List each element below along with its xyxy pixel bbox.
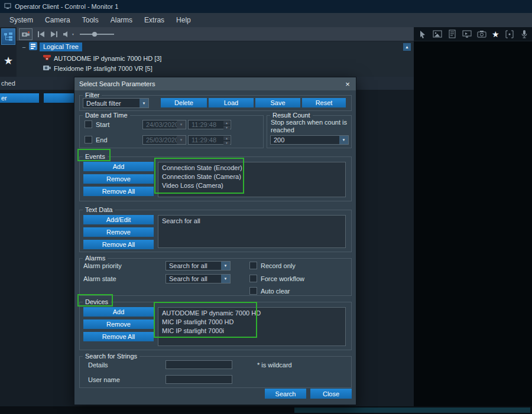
spin-down-icon[interactable]: ▼: [223, 126, 230, 129]
menu-extras[interactable]: Extras: [138, 13, 170, 27]
end-checkbox[interactable]: [85, 136, 92, 144]
result-count-group: Result Count Stop search when count is r…: [267, 115, 352, 148]
events-add-button[interactable]: Add: [83, 162, 154, 171]
panel-button-2[interactable]: [44, 93, 74, 103]
details-input[interactable]: [166, 360, 232, 369]
save-button[interactable]: Save: [255, 98, 300, 107]
chevron-down-icon[interactable]: ▼: [177, 136, 186, 144]
events-list[interactable]: Connection State (Encoder) Connection St…: [158, 162, 346, 197]
image-icon[interactable]: [433, 30, 442, 39]
devices-list[interactable]: AUTODOME IP dynamic 7000 HD MIC IP starl…: [158, 307, 346, 346]
camera-pane-button[interactable]: [19, 28, 33, 40]
spin-up-icon[interactable]: ▲: [223, 136, 230, 140]
events-list-item[interactable]: Connection State (Camera): [158, 172, 345, 181]
region-icon[interactable]: [505, 30, 514, 39]
text-data-list-item[interactable]: Search for all: [158, 217, 345, 226]
devices-list-item[interactable]: AUTODOME IP dynamic 7000 HD: [158, 309, 345, 318]
tree-root-label[interactable]: Logical Tree: [40, 43, 82, 51]
spin-down-icon[interactable]: ▼: [223, 141, 230, 145]
load-button[interactable]: Load: [209, 98, 254, 107]
filter-dropdown[interactable]: Default filter ▼: [83, 98, 149, 108]
step-backward-icon[interactable]: [38, 29, 45, 40]
dialog-close-button[interactable]: Close: [310, 389, 352, 399]
dialog-titlebar[interactable]: Select Search Parameters: [74, 77, 356, 90]
chevron-down-icon[interactable]: ▼: [221, 275, 230, 283]
alarm-priority-dropdown[interactable]: Search for all ▼: [166, 261, 231, 270]
scroll-up-button[interactable]: ▲: [403, 43, 411, 51]
time-spin-buttons[interactable]: ▲ ▼: [223, 120, 231, 129]
panel-header-text: ched: [1, 80, 15, 87]
menu-camera[interactable]: Camera: [39, 13, 76, 27]
end-date-dropdown[interactable]: 25/03/2020 ▼: [142, 135, 186, 145]
snapshot-camera-icon[interactable]: [477, 30, 486, 39]
events-list-item[interactable]: Connection State (Encoder): [158, 164, 345, 172]
text-data-list[interactable]: Search for all: [158, 215, 346, 248]
force-workflow-checkbox[interactable]: [249, 275, 257, 282]
text-data-group-label: Text Data: [83, 206, 115, 214]
tree-item-label[interactable]: AUTODOME IP dynamic 7000 HD [3]: [54, 55, 161, 62]
main-toolbar: ▼: [17, 27, 414, 41]
pane-select-icon[interactable]: [418, 30, 427, 39]
chevron-down-icon[interactable]: ▼: [140, 99, 148, 107]
panel-button[interactable]: er: [0, 93, 39, 103]
reset-button[interactable]: Reset: [302, 98, 346, 107]
logical-tree-panel: − Logical Tree AUTODOME IP dynamic 7000 …: [17, 41, 414, 77]
favorites-tab[interactable]: ★: [1, 52, 15, 70]
chevron-down-icon[interactable]: ▼: [339, 136, 348, 144]
step-forward-icon[interactable]: [50, 29, 57, 40]
slider-knob[interactable]: [92, 32, 97, 37]
dome-camera-icon: [43, 53, 51, 64]
devices-remove-all-button[interactable]: Remove All: [83, 332, 154, 341]
devices-list-item[interactable]: MIC IP starlight 7000i: [158, 327, 345, 335]
chevron-down-icon[interactable]: ▼: [221, 262, 230, 270]
devices-remove-button[interactable]: Remove: [83, 320, 154, 329]
close-icon[interactable]: ×: [342, 79, 353, 89]
end-label: End: [96, 136, 108, 144]
menu-tools[interactable]: Tools: [76, 13, 105, 27]
end-date-value: 25/03/2020: [146, 136, 179, 144]
logical-tree-tab[interactable]: [1, 28, 15, 45]
chevron-down-icon: ▼: [72, 32, 74, 36]
tree-item-flexidome[interactable]: Flexidome IP starlight 7000 VR [5]: [43, 64, 153, 73]
end-time-spinner[interactable]: 11:29:48 ▲ ▼: [188, 135, 231, 145]
text-data-add-edit-button[interactable]: Add/Edit: [83, 215, 154, 224]
record-only-checkbox[interactable]: [249, 262, 257, 269]
tree-root-row[interactable]: − Logical Tree: [21, 43, 82, 51]
volume-slider[interactable]: [80, 31, 114, 37]
menu-help[interactable]: Help: [170, 13, 197, 27]
date-time-group: Date and Time Start 24/03/2020 ▼ 11:29:4…: [79, 115, 264, 148]
text-data-remove-button[interactable]: Remove: [83, 227, 154, 237]
delete-button[interactable]: Delete: [161, 98, 207, 107]
events-remove-button[interactable]: Remove: [83, 174, 154, 184]
auto-clear-checkbox[interactable]: [249, 287, 257, 295]
document-icon[interactable]: [447, 30, 457, 39]
time-spin-buttons[interactable]: ▲ ▼: [223, 136, 231, 144]
devices-list-item[interactable]: MIC IP starlight 7000 HD: [158, 318, 345, 327]
favorites-star-icon[interactable]: ★: [492, 30, 499, 39]
status-bar: [0, 406, 532, 414]
tree-item-label[interactable]: Flexidome IP starlight 7000 VR [5]: [54, 65, 153, 72]
start-checkbox[interactable]: [85, 120, 92, 128]
alarm-state-label: Alarm state: [83, 275, 116, 282]
spin-up-icon[interactable]: ▲: [223, 121, 230, 125]
monitor-icon[interactable]: [462, 30, 472, 39]
menu-alarms[interactable]: Alarms: [105, 13, 138, 27]
collapse-icon[interactable]: −: [21, 44, 27, 51]
microphone-icon[interactable]: [520, 30, 529, 39]
user-name-input[interactable]: [166, 375, 232, 384]
search-strings-group: Search for Strings Details * is wildcard…: [79, 356, 352, 388]
search-button[interactable]: Search: [265, 389, 306, 399]
events-remove-all-button[interactable]: Remove All: [83, 187, 154, 196]
alarm-state-dropdown[interactable]: Search for all ▼: [166, 274, 231, 283]
chevron-down-icon[interactable]: ▼: [177, 120, 186, 129]
devices-add-button[interactable]: Add: [83, 307, 154, 317]
start-time-spinner[interactable]: 11:29:48 ▲ ▼: [188, 120, 231, 129]
tree-item-autodome[interactable]: AUTODOME IP dynamic 7000 HD [3]: [43, 54, 161, 63]
result-count-description: Stop search when count is reached: [271, 119, 349, 134]
events-list-item[interactable]: Video Loss (Camera): [158, 181, 345, 190]
menu-system[interactable]: System: [4, 13, 39, 27]
audio-volume-icon[interactable]: ▼: [63, 31, 74, 38]
text-data-remove-all-button[interactable]: Remove All: [83, 240, 154, 249]
result-count-dropdown[interactable]: 200 ▼: [270, 135, 349, 145]
start-date-dropdown[interactable]: 24/03/2020 ▼: [142, 120, 186, 129]
